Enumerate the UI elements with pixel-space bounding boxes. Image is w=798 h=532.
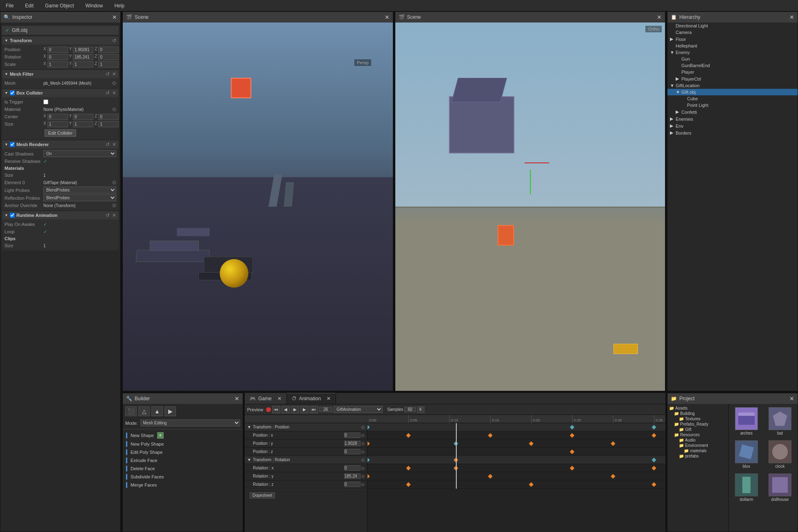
builder-tool-rect[interactable]: ⬛ — [125, 406, 137, 416]
anim-rec-btn[interactable] — [266, 407, 271, 412]
menu-item-help[interactable]: Help — [112, 2, 127, 9]
tree-materials[interactable]: 📁 materials — [669, 448, 727, 453]
castshadows-select[interactable]: OnOff — [43, 150, 116, 157]
delete-face-item[interactable]: Delete Face — [123, 464, 243, 473]
rot-x-value[interactable] — [344, 465, 361, 471]
anim-goto-start[interactable]: ⏮ — [272, 406, 280, 413]
timeline-row-rot-y[interactable] — [367, 472, 665, 480]
anchor-target[interactable]: ⊙ — [112, 203, 116, 208]
scale-x[interactable] — [47, 61, 68, 68]
timeline-row-pos-z[interactable] — [367, 448, 665, 456]
timeline-row-pos-x[interactable] — [367, 431, 665, 440]
menu-item-file[interactable]: File — [3, 2, 16, 9]
timeline-row-rot-z[interactable] — [367, 480, 665, 489]
rot-z-key[interactable]: ◇ — [361, 482, 365, 487]
dopesheet-btn[interactable]: Dopesheet — [250, 492, 275, 498]
hier-camera[interactable]: Camera — [667, 29, 798, 36]
hier-cube[interactable]: Cube — [667, 95, 798, 102]
menu-item-edit[interactable]: Edit — [23, 2, 36, 9]
track-pos-z[interactable]: Position : z ◇ — [245, 448, 367, 456]
mesh-target-icon[interactable]: ⊙ — [112, 80, 116, 86]
anim-play[interactable]: ▶ — [291, 406, 299, 413]
scene1-close[interactable]: ✕ — [385, 14, 390, 20]
hier-enemy[interactable]: ▼ Enemy — [667, 49, 798, 56]
asset-dollhouse[interactable]: dollhouse — [764, 472, 796, 503]
asset-clock[interactable]: clock — [764, 439, 796, 470]
builder-tool-tri1[interactable]: △ — [138, 406, 150, 416]
hier-gun[interactable]: Gun — [667, 56, 798, 62]
tree-environment[interactable]: 📁 Environment — [669, 443, 727, 448]
meshfilter-close[interactable]: ✕ — [112, 71, 116, 77]
boxcollider-enabled[interactable] — [10, 90, 15, 95]
meshrenderer-close[interactable]: ✕ — [112, 142, 116, 147]
size-z[interactable] — [98, 121, 119, 127]
mode-select[interactable]: Mesh Editing — [140, 419, 240, 426]
pos-z-key[interactable]: ◇ — [361, 449, 365, 454]
timeline-row-pos-y[interactable] — [367, 440, 665, 448]
hier-pointlight[interactable]: Point Light — [667, 102, 798, 108]
inspector-close[interactable]: ✕ — [112, 14, 117, 20]
hier-confetti[interactable]: ▶ Confetti — [667, 108, 798, 115]
size-y[interactable] — [73, 121, 93, 127]
meshfilter-reset[interactable]: ↺ — [106, 71, 110, 77]
timeline-row-transform-pos[interactable] — [367, 423, 665, 431]
reflprobes-select[interactable]: BlendProbes — [43, 194, 116, 201]
track-add-keyframe[interactable]: ◇ — [361, 425, 365, 429]
transform-reset[interactable]: ↺ — [112, 38, 116, 43]
anim-frame-input[interactable] — [319, 407, 332, 412]
position-x[interactable] — [47, 47, 68, 53]
track-rot-z[interactable]: Rotation : z ◇ — [245, 480, 367, 489]
istrigger-checkbox[interactable] — [43, 99, 48, 104]
tree-textures[interactable]: 📁 Textures — [669, 416, 727, 422]
position-z[interactable] — [98, 47, 119, 53]
track-pos-x[interactable]: Position : x ◇ — [245, 431, 367, 440]
rot-x-key[interactable]: ◇ — [361, 466, 365, 470]
hier-floor[interactable]: ▶ Floor — [667, 36, 798, 43]
tree-assets[interactable]: 📁 Assets — [669, 406, 727, 411]
hier-player[interactable]: Player — [667, 69, 798, 75]
meshrenderer-reset[interactable]: ↺ — [106, 142, 110, 147]
project-close[interactable]: ✕ — [789, 395, 794, 402]
subdivide-faces-item[interactable]: Subdivide Faces — [123, 473, 243, 481]
timeline-row-rot-x[interactable] — [367, 464, 665, 472]
center-x[interactable] — [47, 114, 68, 120]
scale-z[interactable] — [98, 61, 119, 68]
meshfilter-header[interactable]: ▼ Mesh Filter ↺ ✕ — [2, 70, 119, 78]
tab-animation[interactable]: ⏱ Animation ✕ — [287, 393, 336, 404]
anim-prev-frame[interactable]: ◀ — [282, 406, 290, 413]
game-tab-close[interactable]: ✕ — [277, 396, 282, 401]
obj-checkbox[interactable]: ✓ — [5, 27, 9, 33]
track-rot-add[interactable]: ◇ — [361, 458, 365, 462]
rot-y-key[interactable]: ◇ — [361, 474, 365, 478]
timeline-row-transform-rot[interactable] — [367, 456, 665, 464]
tree-prefabs[interactable]: 📁 prefabs — [669, 453, 727, 459]
pos-y-value[interactable] — [344, 441, 361, 446]
track-transform-position[interactable]: ▼ Transform : Position ◇ — [245, 423, 367, 431]
builder-close[interactable]: ✕ — [234, 395, 239, 402]
boxcollider-close[interactable]: ✕ — [112, 90, 116, 96]
pos-y-key[interactable]: ◇ — [361, 441, 365, 446]
tree-audio[interactable]: 📁 Audio — [669, 437, 727, 443]
lightprobes-select[interactable]: BlendProbes — [43, 187, 116, 194]
material-target-icon[interactable]: ⊙ — [112, 106, 116, 112]
merge-faces-item[interactable]: Merge Faces — [123, 481, 243, 489]
pos-x-value[interactable] — [344, 433, 361, 438]
center-y[interactable] — [73, 114, 93, 120]
tree-building[interactable]: 📁 Building — [669, 411, 727, 416]
hier-env[interactable]: ▶ Env — [667, 122, 798, 129]
builder-tool-tri2[interactable]: ▲ — [151, 406, 163, 416]
hier-enemies[interactable]: ▶ Enemies — [667, 115, 798, 122]
runtimeanim-header[interactable]: ▼ Runtime Animation ↺ ✕ — [2, 211, 119, 219]
meshrenderer-enabled[interactable] — [10, 142, 15, 147]
rot-y-value[interactable] — [344, 473, 361, 479]
hier-gunbarrelend[interactable]: GunBarrelEnd — [667, 62, 798, 69]
rotation-y[interactable] — [73, 54, 93, 60]
center-z[interactable] — [98, 114, 119, 120]
k-btn[interactable]: K — [417, 406, 424, 413]
track-pos-y[interactable]: Position : y ◇ — [245, 440, 367, 448]
asset-arches[interactable]: arches — [730, 406, 762, 437]
pos-x-key[interactable]: ◇ — [361, 433, 365, 437]
tab-game[interactable]: 🎮 Game ✕ — [245, 393, 287, 404]
new-shape-plus[interactable]: + — [157, 432, 164, 439]
rotation-z[interactable] — [98, 54, 119, 60]
